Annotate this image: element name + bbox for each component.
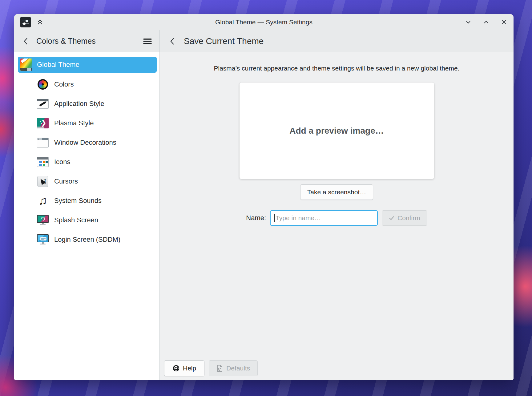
login-screen-icon: [37, 234, 49, 245]
lifebuoy-icon: [172, 365, 180, 372]
page-back-icon[interactable]: [168, 37, 176, 46]
name-label: Name:: [246, 214, 266, 222]
take-screenshot-label: Take a screenshot…: [307, 188, 366, 196]
reset-document-icon: [216, 365, 223, 372]
hamburger-menu-icon[interactable]: [143, 38, 152, 45]
global-theme-icon: [20, 59, 32, 71]
sidebar-header: Colors & Themes: [14, 30, 160, 52]
sidebar-item-login-screen[interactable]: Login Screen (SDDM): [14, 230, 159, 249]
splash-screen-icon: [37, 214, 49, 226]
description-text: Plasma’s current appearance and theme se…: [160, 65, 514, 72]
sidebar-item-label: Window Decorations: [54, 139, 116, 147]
plasma-style-icon: ❯: [37, 117, 49, 129]
cursors-icon: I: [37, 176, 49, 187]
titlebar[interactable]: Global Theme — System Settings: [14, 14, 514, 30]
sidebar-item-icons[interactable]: Icons: [14, 152, 159, 172]
back-icon[interactable]: [22, 37, 30, 46]
sidebar-item-system-sounds[interactable]: ♫ System Sounds: [14, 191, 159, 210]
sidebar-item-label: Icons: [54, 158, 71, 166]
sidebar-item-label: Splash Screen: [54, 216, 98, 224]
help-label: Help: [183, 365, 196, 372]
take-screenshot-button[interactable]: Take a screenshot…: [300, 184, 373, 200]
minimize-button[interactable]: [465, 19, 472, 26]
sidebar-item-application-style[interactable]: Application Style: [14, 94, 159, 113]
sidebar-item-label: Plasma Style: [54, 119, 94, 127]
preview-image-dropzone[interactable]: Add a preview image…: [240, 83, 434, 179]
preview-placeholder-text: Add a preview image…: [289, 126, 384, 136]
sidebar-item-cursors[interactable]: I Cursors: [14, 172, 159, 191]
sidebar-header-title: Colors & Themes: [36, 37, 96, 46]
maximize-button[interactable]: [483, 19, 490, 26]
defaults-label: Defaults: [226, 365, 250, 372]
sidebar: Global Theme Colors Application Style ❯ …: [14, 52, 160, 380]
confirm-label: Confirm: [397, 214, 420, 222]
sidebar-item-label: System Sounds: [54, 197, 102, 205]
page-title: Save Current Theme: [184, 36, 264, 46]
sidebar-item-window-decorations[interactable]: Window Decorations: [14, 133, 159, 152]
defaults-button[interactable]: Defaults: [209, 360, 258, 376]
theme-name-input[interactable]: [270, 210, 378, 226]
window-title: Global Theme — System Settings: [14, 18, 514, 26]
text-caret: [274, 214, 275, 222]
sidebar-item-label: Application Style: [54, 100, 104, 108]
color-wheel-icon: [37, 79, 49, 90]
footer-bar: Help Defaults: [160, 356, 514, 380]
sidebar-item-plasma-style[interactable]: ❯ Plasma Style: [14, 113, 159, 133]
save-theme-page: Plasma’s current appearance and theme se…: [160, 52, 514, 380]
help-button[interactable]: Help: [164, 360, 204, 376]
check-icon: [389, 216, 394, 220]
sidebar-item-global-theme[interactable]: Global Theme: [18, 57, 157, 73]
system-sounds-icon: ♫: [37, 195, 49, 207]
sidebar-item-label: Cursors: [54, 177, 78, 185]
header-row: Colors & Themes Save Current Theme: [14, 30, 514, 52]
sidebar-item-label: Global Theme: [37, 61, 79, 69]
application-style-icon: [37, 98, 49, 110]
sidebar-item-label: Colors: [54, 80, 74, 88]
icons-icon: [37, 156, 49, 168]
page-header: Save Current Theme: [160, 30, 514, 52]
sidebar-item-colors[interactable]: Colors: [14, 75, 159, 94]
system-settings-window: Global Theme — System Settings: [14, 14, 514, 380]
close-button[interactable]: [501, 19, 507, 26]
window-decorations-icon: [37, 137, 49, 148]
sidebar-item-splash-screen[interactable]: Splash Screen: [14, 210, 159, 230]
sidebar-item-label: Login Screen (SDDM): [54, 236, 120, 244]
confirm-button[interactable]: Confirm: [382, 210, 427, 226]
